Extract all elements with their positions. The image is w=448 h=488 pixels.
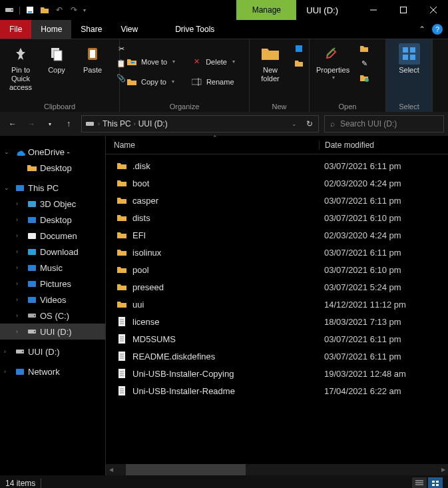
- column-date[interactable]: Date modified: [319, 140, 448, 150]
- tree-item[interactable]: ›Videos: [0, 292, 105, 308]
- column-headers[interactable]: ⌃ Name Date modified: [106, 136, 448, 154]
- redo-qa-icon[interactable]: ↷: [69, 5, 79, 15]
- easy-access-button[interactable]: [291, 57, 307, 70]
- scroll-left-button[interactable]: ◀: [106, 464, 116, 475]
- address-dropdown-icon[interactable]: ⌄: [288, 121, 301, 127]
- file-row[interactable]: uui14/12/2021 11:12 pm: [106, 296, 448, 313]
- expand-icon[interactable]: ⌄: [4, 184, 12, 191]
- expand-icon[interactable]: ›: [16, 296, 24, 303]
- maximize-button[interactable]: [388, 0, 418, 20]
- new-item-button[interactable]: [291, 42, 307, 55]
- tree-item[interactable]: ›Network: [0, 364, 105, 379]
- file-tab[interactable]: File: [0, 20, 31, 39]
- navigation-pane[interactable]: ⌄OneDrive -Desktop⌄This PC›3D Objec›Desk…: [0, 136, 105, 475]
- file-row[interactable]: MD5SUMS03/07/2021 6:11 pm: [106, 330, 448, 348]
- rename-button[interactable]: Rename: [189, 75, 237, 89]
- expand-icon[interactable]: ›: [16, 264, 24, 271]
- breadcrumb-chevron-icon[interactable]: ›: [134, 121, 136, 127]
- refresh-button[interactable]: ↻: [304, 119, 316, 128]
- tree-item[interactable]: ›UUI (D:): [0, 324, 105, 340]
- file-row[interactable]: pool03/07/2021 6:10 pm: [106, 261, 448, 278]
- undo-qa-icon[interactable]: ↶: [54, 5, 65, 15]
- recent-locations-button[interactable]: ▾: [41, 115, 59, 132]
- tree-item[interactable]: Desktop: [0, 160, 105, 176]
- delete-button[interactable]: ✕Delete▾: [188, 55, 238, 69]
- details-view-toggle[interactable]: [412, 477, 427, 489]
- qa-dropdown-icon[interactable]: ▾: [83, 7, 86, 13]
- expand-icon[interactable]: ⌄: [4, 148, 12, 155]
- search-box[interactable]: ⌕ Search UUI (D:): [324, 115, 444, 132]
- breadcrumb-uui[interactable]: UUI (D:): [138, 119, 168, 128]
- file-row[interactable]: casper03/07/2021 6:11 pm: [106, 192, 448, 209]
- address-bar[interactable]: › This PC › UUI (D:) ⌄ ↻: [81, 115, 319, 132]
- expand-icon[interactable]: ›: [16, 248, 24, 255]
- file-row[interactable]: license18/03/2021 7:13 pm: [106, 313, 448, 330]
- tree-item[interactable]: ›3D Objec: [0, 196, 105, 212]
- expand-icon[interactable]: ›: [16, 328, 24, 335]
- expand-icon[interactable]: ›: [16, 200, 24, 207]
- file-row[interactable]: README.diskdefines03/07/2021 6:11 pm: [106, 348, 448, 365]
- tree-item[interactable]: ›Pictures: [0, 276, 105, 292]
- drive-tools-tab[interactable]: Drive Tools: [166, 20, 224, 39]
- help-icon[interactable]: ?: [432, 24, 443, 35]
- tree-item[interactable]: ›Desktop: [0, 212, 105, 228]
- expand-icon[interactable]: ›: [4, 348, 12, 355]
- collapse-ribbon-icon[interactable]: ⌃: [419, 25, 425, 34]
- share-tab[interactable]: Share: [71, 20, 111, 39]
- expand-icon[interactable]: ›: [4, 368, 12, 375]
- select-button[interactable]: Select: [393, 42, 426, 76]
- move-to-button[interactable]: Move to▾: [124, 55, 178, 69]
- tree-item[interactable]: ⌄OneDrive -: [0, 144, 105, 160]
- view-tab[interactable]: View: [111, 20, 147, 39]
- edit-button[interactable]: ✎: [356, 57, 372, 70]
- scroll-right-button[interactable]: ▶: [438, 464, 448, 475]
- expand-icon[interactable]: ›: [16, 280, 24, 287]
- up-button[interactable]: ↑: [60, 115, 77, 132]
- paste-button[interactable]: Paste: [76, 42, 109, 76]
- home-tab[interactable]: Home: [31, 20, 71, 39]
- file-row[interactable]: boot02/03/2020 4:24 pm: [106, 174, 448, 192]
- expand-icon[interactable]: ›: [16, 216, 24, 223]
- scroll-track[interactable]: [116, 464, 438, 475]
- new-folder-qa-icon[interactable]: [39, 5, 50, 15]
- forward-button[interactable]: →: [23, 115, 40, 132]
- properties-button[interactable]: Properties▾: [314, 42, 352, 83]
- back-button[interactable]: ←: [4, 115, 21, 132]
- close-button[interactable]: [418, 0, 448, 20]
- file-row[interactable]: .disk03/07/2021 6:11 pm: [106, 157, 448, 174]
- thumbnails-view-toggle[interactable]: [428, 477, 443, 489]
- manage-tab[interactable]: Manage: [236, 0, 296, 20]
- tree-item[interactable]: ⌄This PC: [0, 180, 105, 196]
- file-row[interactable]: Uni-USB-Installer-Copying19/03/2021 12:4…: [106, 365, 448, 382]
- tree-item[interactable]: ›Documen: [0, 228, 105, 244]
- breadcrumb-this-pc[interactable]: This PC: [103, 119, 131, 128]
- tree-item[interactable]: ›Music: [0, 260, 105, 276]
- minimize-button[interactable]: [358, 0, 388, 20]
- file-row[interactable]: Uni-USB-Installer-Readme17/04/2021 6:22 …: [106, 382, 448, 399]
- new-folder-button[interactable]: New folder: [254, 42, 287, 85]
- folder-icon: [116, 178, 127, 188]
- new-folder-icon: [260, 43, 281, 65]
- tree-item[interactable]: ›UUI (D:): [0, 344, 105, 360]
- copy-to-button[interactable]: Copy to▾: [124, 75, 177, 89]
- file-list[interactable]: .disk03/07/2021 6:11 pmboot02/03/2020 4:…: [106, 154, 448, 464]
- open-button[interactable]: [356, 42, 372, 55]
- file-row[interactable]: preseed03/07/2021 5:24 pm: [106, 278, 448, 296]
- expand-icon[interactable]: ›: [16, 312, 24, 319]
- file-name: casper: [132, 196, 158, 206]
- file-row[interactable]: EFI02/03/2020 4:24 pm: [106, 226, 448, 244]
- breadcrumb-chevron-icon[interactable]: ›: [98, 121, 100, 127]
- tree-item[interactable]: ›Download: [0, 244, 105, 260]
- expand-icon[interactable]: ›: [16, 232, 24, 239]
- svg-rect-3: [28, 11, 32, 13]
- pin-to-quick-access-button[interactable]: Pin to Quick access: [4, 42, 37, 94]
- history-button[interactable]: [356, 71, 372, 85]
- scroll-thumb[interactable]: [126, 464, 246, 475]
- column-name[interactable]: Name: [106, 140, 319, 150]
- file-row[interactable]: dists03/07/2021 6:10 pm: [106, 209, 448, 226]
- copy-button[interactable]: Copy: [40, 42, 73, 76]
- file-row[interactable]: isolinux03/07/2021 6:11 pm: [106, 244, 448, 261]
- tree-item[interactable]: ›OS (C:): [0, 308, 105, 324]
- horizontal-scrollbar[interactable]: ◀ ▶: [106, 464, 448, 475]
- properties-qa-icon[interactable]: [25, 5, 35, 15]
